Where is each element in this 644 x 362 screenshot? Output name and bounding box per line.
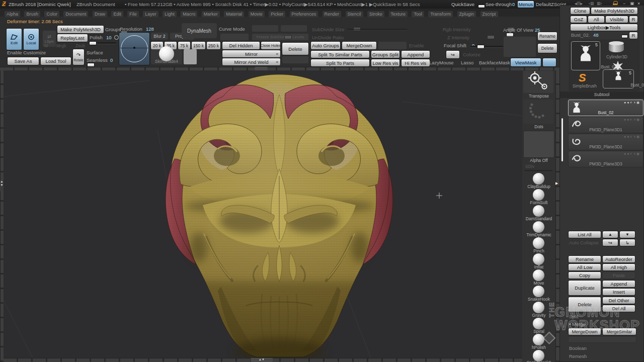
subtool-row-plane3d2[interactable]: ●●◐◑◉ PM3D_Plane3D2 xyxy=(568,134,643,150)
autoreorder-button[interactable]: AutoReorder xyxy=(602,255,635,263)
lasso-label[interactable]: Lasso xyxy=(461,60,473,65)
bottom-tray-divider[interactable] xyxy=(4,358,555,362)
viewmask-button[interactable]: ViewMask xyxy=(510,58,541,67)
load-tool-button[interactable]: Load Tool xyxy=(40,57,71,65)
res-150k-button[interactable]: 150 k xyxy=(191,41,206,50)
brush-pinch[interactable] xyxy=(533,237,544,249)
delete-button-2[interactable]: Delete xyxy=(537,43,557,53)
simplebrush-icon[interactable]: S xyxy=(579,71,586,84)
mirror-button[interactable]: Mirror« xyxy=(222,50,281,58)
mergedown-button[interactable]: MergeDown xyxy=(342,41,377,50)
hi-res-vis-button[interactable]: Hi Res vis xyxy=(401,59,430,67)
brush-formsoft[interactable] xyxy=(533,189,544,201)
mirror-and-weld-button[interactable]: Mirror And Weld« xyxy=(222,58,281,66)
cylinder3d-icon[interactable] xyxy=(609,42,624,52)
all-low-button[interactable]: All Low xyxy=(568,263,601,271)
subtool-row-plane3d1[interactable]: ●●◐◑◉ PM3D_Plane3D1 xyxy=(568,117,643,133)
move-down-button[interactable]: ▼ xyxy=(619,231,635,238)
lightbox-tools-button[interactable]: Lightbox▶Tools xyxy=(570,24,638,31)
subtool-mini-icons[interactable]: ●●◐◑◉ xyxy=(624,101,640,105)
quicksave-button[interactable]: QuickSave xyxy=(451,2,474,7)
subtool-row-plane3d3[interactable]: ●●◐◑◉ PM3D_Plane3D3 xyxy=(568,151,643,167)
subtool-scrollbar[interactable] xyxy=(561,118,563,161)
top-tray-handle[interactable] xyxy=(255,67,268,70)
brush-snakehook[interactable] xyxy=(533,286,544,297)
mergesimilar-button[interactable]: MergeSimilar xyxy=(602,328,636,335)
remesh-section-label[interactable]: Remesh xyxy=(569,353,587,359)
subtool-mini-icons[interactable]: ●●◐◑◉ xyxy=(624,152,640,156)
all-high-button[interactable]: All High xyxy=(602,263,635,271)
move-up-button[interactable]: ▲ xyxy=(602,231,618,238)
brush-claybuildup[interactable] xyxy=(533,173,544,185)
insert-subtool-button[interactable]: Insert xyxy=(602,288,635,296)
r-button-2[interactable]: R xyxy=(629,32,638,39)
merge-section-label[interactable]: • Merge xyxy=(569,321,586,327)
list-all-button[interactable]: List All xyxy=(568,231,601,238)
low-res-vis-button[interactable]: Low Res vis xyxy=(371,59,400,67)
brush-damstandard[interactable] xyxy=(533,205,544,217)
subtool-row-bust02[interactable]: ●●◐◑◉ Bust_02 xyxy=(568,100,643,116)
seamless-slider-knob[interactable] xyxy=(87,63,95,67)
material-ball-icon[interactable] xyxy=(159,46,174,61)
shift-down-button[interactable]: ↳ xyxy=(619,239,635,246)
local-button[interactable]: Local xyxy=(23,28,39,50)
partial-blue-button[interactable] xyxy=(542,58,556,67)
viewport-canvas[interactable] xyxy=(4,70,555,358)
subtool-mini-icons[interactable]: ●●◐◑◉ xyxy=(624,135,640,139)
tool-bust02-2[interactable]: 5 Bust_02 xyxy=(603,69,634,88)
groups-split-button[interactable]: Groups Split xyxy=(371,50,400,58)
brush-gravity[interactable] xyxy=(533,302,544,313)
del-all-button[interactable]: Del All xyxy=(602,305,635,312)
auto-groups-button[interactable]: Auto Groups xyxy=(310,41,341,50)
delete-subtool-button[interactable]: Delete xyxy=(568,297,601,312)
alpha-off-button[interactable] xyxy=(523,131,554,158)
r-button-1[interactable]: R xyxy=(629,16,638,23)
rename-subtool-button[interactable]: Rename xyxy=(568,255,601,263)
visible-button[interactable]: Visible xyxy=(605,16,628,23)
rename-button[interactable]: Rename xyxy=(537,32,557,41)
boolean-section-label[interactable]: Boolean xyxy=(569,345,587,351)
make-polymesh3d-panel-button[interactable]: Make PolyMesh3D xyxy=(591,7,638,15)
res-250k-button[interactable]: 250 k xyxy=(206,41,221,50)
goz-button[interactable]: GoZ xyxy=(570,16,587,23)
color-swatch[interactable] xyxy=(184,49,197,64)
stroke-arrow-button[interactable]: ↪ xyxy=(446,50,460,59)
split-section-label[interactable]: Split xyxy=(569,314,578,319)
brush-hpolish[interactable] xyxy=(533,334,544,345)
brush-move[interactable] xyxy=(533,269,544,281)
polish-slider-knob[interactable] xyxy=(89,41,97,45)
save-as-button[interactable]: Save As xyxy=(7,57,39,65)
rotate-button[interactable]: ↷ Rotate xyxy=(72,49,85,65)
duplicate-button[interactable]: Duplicate xyxy=(568,280,601,296)
append-button[interactable]: Append xyxy=(401,50,430,58)
backfacemask-label[interactable]: BackfaceMask xyxy=(479,60,510,65)
see-through-slider[interactable] xyxy=(478,5,485,8)
dynamesh-preview[interactable] xyxy=(119,32,150,65)
subtool-section-header[interactable]: Subtool xyxy=(560,92,643,98)
edit-button[interactable]: Edit xyxy=(6,28,22,50)
append-subtool-button[interactable]: Append xyxy=(602,280,635,288)
res-75k-button[interactable]: 75 k xyxy=(178,41,191,50)
del-hidden-button[interactable]: Del Hidden xyxy=(222,41,260,50)
menus-button[interactable]: Menus xyxy=(517,1,534,8)
del-other-button[interactable]: Del Other xyxy=(602,297,635,304)
active-tool-slider-knob[interactable] xyxy=(621,35,628,38)
replay-last-button[interactable]: ReplayLast xyxy=(57,34,88,42)
transpose-button[interactable] xyxy=(523,71,553,93)
delete-button[interactable]: Delete xyxy=(282,42,309,55)
make-polymesh3d-button[interactable]: Make PolyMesh3D xyxy=(57,25,104,34)
close-holes-button[interactable]: Close Holes xyxy=(261,41,281,50)
lazymouse-label[interactable]: LazyMouse xyxy=(429,60,454,65)
split-to-similar-button[interactable]: Split To Similar Parts xyxy=(310,50,370,58)
split-to-parts-button[interactable]: Split To Parts xyxy=(310,59,370,67)
copy-button[interactable]: Copy xyxy=(568,272,601,279)
tool-bust02-selected[interactable]: 5 Bust_02 xyxy=(571,41,600,70)
brush-spiral[interactable] xyxy=(533,318,544,329)
all-button[interactable]: All xyxy=(588,16,605,23)
brush-inflat[interactable] xyxy=(533,253,544,265)
shift-up-button[interactable]: ↪ xyxy=(602,239,618,246)
bottom-tray-handle[interactable]: ▲▼ xyxy=(251,357,273,362)
clone-button[interactable]: Clone xyxy=(570,7,590,15)
mergedown-subtool-button[interactable]: MergeDown xyxy=(568,328,601,335)
polish-ring-icon[interactable] xyxy=(114,35,119,40)
